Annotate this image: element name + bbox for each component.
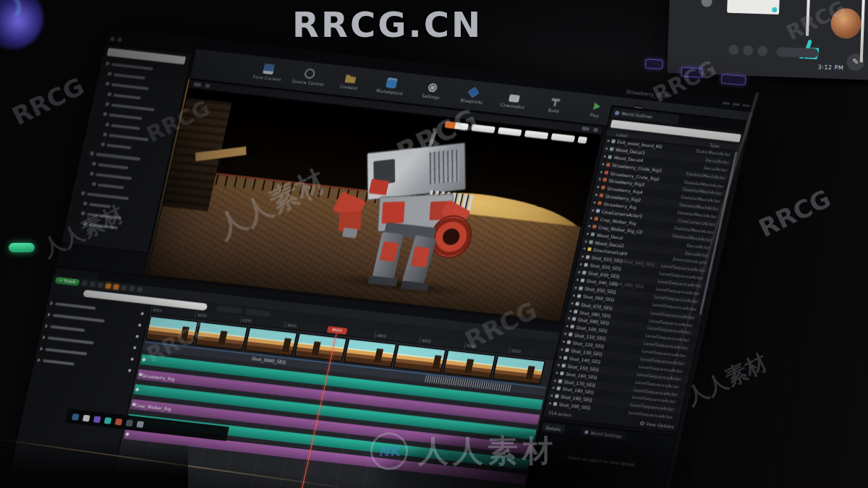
autokey-button[interactable] xyxy=(113,284,119,290)
visibility-eye-icon[interactable] xyxy=(550,395,553,397)
visibility-eye-icon[interactable] xyxy=(558,364,561,366)
visibility-eye-icon[interactable] xyxy=(549,403,552,405)
actor-type-icon xyxy=(563,356,568,359)
chat-message-card xyxy=(727,0,780,14)
actor-type-icon xyxy=(608,155,612,158)
taskbar-app-icon[interactable] xyxy=(126,419,134,427)
actor-type-icon xyxy=(585,255,590,259)
keyframe-diamond[interactable] xyxy=(125,432,129,437)
keyframe-button[interactable] xyxy=(105,283,111,289)
actor-type-icon xyxy=(610,147,614,150)
shot-thumbnail[interactable] xyxy=(294,333,347,362)
maximize-button[interactable] xyxy=(732,103,740,106)
keyframe-diamond[interactable] xyxy=(135,388,140,392)
visibility-eye-icon[interactable] xyxy=(579,263,582,265)
settings-icon xyxy=(427,82,439,93)
actor-type-icon xyxy=(565,348,569,351)
visibility-eye-icon[interactable] xyxy=(587,232,590,234)
visibility-eye-icon[interactable] xyxy=(604,155,607,157)
visibility-eye-icon[interactable] xyxy=(590,217,593,219)
visibility-eye-icon[interactable] xyxy=(593,202,596,204)
shot-thumbnail[interactable] xyxy=(244,328,297,356)
content-icon xyxy=(344,73,357,84)
view-options-button[interactable]: View Options xyxy=(639,421,675,429)
taskbar-app-icon[interactable] xyxy=(93,416,101,423)
toolbar-label: Build xyxy=(548,108,559,114)
visibility-eye-icon[interactable] xyxy=(576,278,579,281)
clock: 3:12 PM xyxy=(817,64,843,71)
curve-editor-icon[interactable] xyxy=(129,286,135,292)
visibility-eye-icon[interactable] xyxy=(563,341,566,343)
taskbar-app-icon[interactable] xyxy=(104,416,112,424)
actor-type-icon xyxy=(570,325,574,328)
visibility-eye-icon[interactable] xyxy=(600,171,603,173)
visibility-eye-icon[interactable] xyxy=(592,209,595,211)
toolbar-button[interactable]: Cinematics xyxy=(496,90,532,111)
save-icon[interactable] xyxy=(82,281,88,286)
settings-icon[interactable] xyxy=(137,287,142,293)
message-input[interactable] xyxy=(776,47,818,58)
camera-icon[interactable] xyxy=(90,281,95,287)
actor-type-icon xyxy=(569,333,573,336)
actor-type-icon xyxy=(575,301,579,305)
actor-count: 154 actors xyxy=(548,410,571,417)
logo-caption: 人人素材 xyxy=(418,431,557,471)
keyframe-diamond[interactable] xyxy=(142,358,146,362)
shot-thumbnail[interactable] xyxy=(145,316,198,345)
visibility-eye-icon[interactable] xyxy=(569,309,572,312)
toolbar-label: Content xyxy=(339,84,357,91)
visibility-eye-icon[interactable] xyxy=(566,325,569,328)
visibility-eye-icon[interactable] xyxy=(583,248,586,250)
actor-type-icon xyxy=(584,263,588,267)
visibility-eye-icon[interactable] xyxy=(564,333,567,335)
minimize-button[interactable] xyxy=(723,102,731,105)
shot-thumbnail[interactable] xyxy=(493,356,545,385)
visibility-eye-icon[interactable] xyxy=(561,348,563,351)
actor-type-icon xyxy=(599,194,603,197)
actor-type-icon xyxy=(555,395,559,398)
visibility-eye-icon[interactable] xyxy=(556,372,558,374)
shot-thumbnail[interactable] xyxy=(195,322,248,351)
taskbar-app-icon[interactable] xyxy=(82,414,90,421)
visibility-eye-icon[interactable] xyxy=(559,356,562,358)
visibility-eye-icon[interactable] xyxy=(582,255,584,257)
cinematics-icon xyxy=(509,92,521,103)
shot-thumbnail[interactable] xyxy=(344,338,396,367)
visibility-eye-icon[interactable] xyxy=(597,186,600,188)
visibility-eye-icon[interactable] xyxy=(598,178,601,180)
visibility-eye-icon[interactable] xyxy=(571,302,574,304)
visibility-eye-icon[interactable] xyxy=(605,147,608,150)
visibility-eye-icon[interactable] xyxy=(584,240,587,242)
visibility-eye-icon[interactable] xyxy=(607,140,610,142)
visibility-eye-icon[interactable] xyxy=(578,271,581,273)
shot-thumbnail[interactable] xyxy=(443,350,495,379)
visibility-eye-icon[interactable] xyxy=(552,387,555,389)
toolbar-button[interactable]: Settings xyxy=(414,81,450,101)
control-button[interactable] xyxy=(577,137,587,144)
visibility-eye-icon[interactable] xyxy=(588,225,591,227)
visibility-eye-icon[interactable] xyxy=(568,317,571,320)
taskbar-app-icon[interactable] xyxy=(115,418,123,425)
toolbar-button[interactable]: Build xyxy=(537,95,573,115)
shot-thumbnail[interactable] xyxy=(393,344,446,373)
visibility-eye-icon[interactable] xyxy=(573,294,576,296)
filter-icon[interactable] xyxy=(97,283,103,288)
taskbar-app-icon[interactable] xyxy=(136,421,144,428)
save-icon xyxy=(263,64,275,74)
visibility-eye-icon[interactable] xyxy=(554,379,557,381)
visibility-eye-icon[interactable] xyxy=(574,286,577,288)
actor-type-icon xyxy=(566,341,571,344)
snap-icon[interactable] xyxy=(121,285,127,291)
visibility-eye-icon[interactable] xyxy=(595,194,598,196)
toolbar-button[interactable]: Save Current xyxy=(250,62,286,82)
avatar xyxy=(701,0,712,7)
visibility-eye-icon[interactable] xyxy=(602,163,605,165)
toolbar-button[interactable]: Marketplace xyxy=(373,76,409,96)
toolbar-button[interactable]: Source Control xyxy=(292,67,327,87)
build-icon xyxy=(550,96,562,107)
avatar xyxy=(830,8,861,39)
taskbar-app-icon[interactable] xyxy=(72,413,80,420)
toolbar-button[interactable]: Blueprints xyxy=(455,85,490,106)
globe-icon xyxy=(615,111,620,116)
toolbar-button[interactable]: Content xyxy=(332,72,367,92)
